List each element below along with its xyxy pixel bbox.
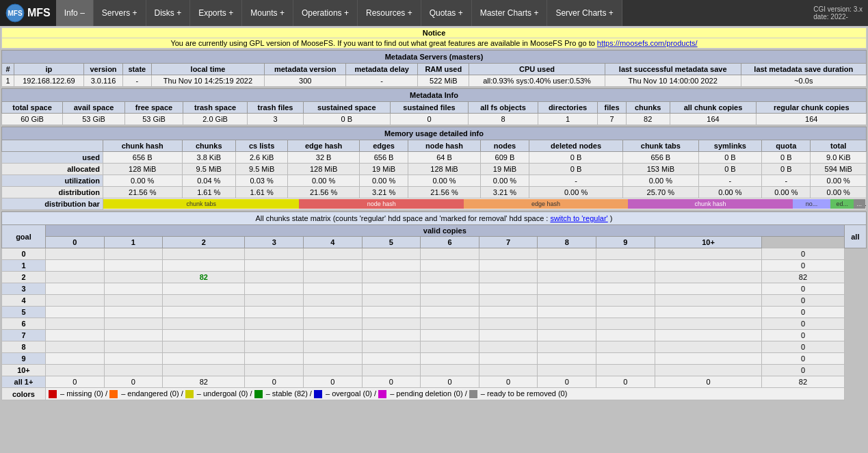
memory-usage-header: Memory usage detailed info — [2, 127, 867, 140]
col-header-cpuused: CPU used — [469, 64, 605, 75]
dist-node-hash: node hash — [299, 199, 463, 209]
goal-col-header: goal — [2, 225, 46, 248]
mfs-logo-icon: MFS — [5, 3, 25, 23]
goal-row-1: 1 0 — [2, 260, 867, 272]
memory-utilization-row: utilization 0.00 % 0.04 % 0.03 % 0.00 % … — [2, 175, 867, 187]
goal-row-7: 7 0 — [2, 330, 867, 341]
color-endangered: – endangered (0) / — [109, 389, 185, 398]
col-header-metaversion: metadata version — [265, 64, 346, 75]
nav-item-resources[interactable]: Resources + — [358, 0, 421, 26]
nav-item-info[interactable]: Info – — [56, 0, 94, 26]
valid-copies-header: valid copies — [45, 225, 844, 237]
color-ready-to-remove: – ready to be removed (0) — [469, 389, 568, 398]
svg-text:MFS: MFS — [8, 10, 22, 17]
metadata-servers-table: Metadata Servers (masters) # ip version … — [1, 50, 867, 87]
color-overgoal: – overgoal (0) / — [314, 389, 378, 398]
dist-no: no... — [793, 199, 831, 209]
nav-item-operations[interactable]: Operations + — [293, 0, 358, 26]
col-header-version: version — [83, 64, 122, 75]
goal-row-10plus: 10+ 0 — [2, 365, 867, 376]
col-header-ip: ip — [14, 64, 84, 75]
memory-allocated-row: allocated 128 MiB 9.5 MiB 9.5 MiB 128 Mi… — [2, 164, 867, 175]
colors-row: colors – missing (0) / – endangered (0) … — [2, 388, 867, 400]
metadata-info-header: Metadata Info — [2, 89, 867, 102]
color-missing: – missing (0) / — [49, 389, 109, 398]
switch-to-regular-link[interactable]: switch to 'regular' — [550, 214, 607, 222]
chunk-state-table: All chunks state matrix (counts 'regular… — [1, 211, 867, 400]
notice-title: Notice — [423, 29, 446, 37]
col-header-saveduration: last metadata save duration — [741, 64, 866, 75]
nav-item-mounts[interactable]: Mounts + — [242, 0, 293, 26]
distribution-bar-row: distribution bar chunk tabs node hash ed… — [2, 198, 867, 210]
metadata-servers-header: Metadata Servers (masters) — [2, 51, 867, 64]
goal-row-4: 4 0 — [2, 295, 867, 307]
main-content: Notice You are currently using GPL versi… — [0, 26, 868, 403]
col-header-state: state — [123, 64, 151, 75]
goal-row-5: 5 0 — [2, 307, 867, 318]
goal-row-6: 6 0 — [2, 318, 867, 330]
metadata-info-table: Metadata Info total space avail space fr… — [1, 88, 867, 125]
memory-usage-table: Memory usage detailed info chunk hash ch… — [1, 127, 867, 210]
dist-dot2: ... — [865, 199, 866, 209]
metadata-info-row: 60 GiB 53 GiB 53 GiB 2.0 GiB 3 0 B 0 8 1… — [2, 114, 867, 125]
col-header-metadelay: metadata delay — [345, 64, 417, 75]
color-stable: – stable (82) / — [254, 389, 314, 398]
dist-chunk-tabs: chunk tabs — [103, 199, 300, 209]
nav-item-disks[interactable]: Disks + — [146, 0, 191, 26]
goal-row-all: all 1+ 0 0 82 0 0 0 0 0 0 0 0 82 — [2, 376, 867, 388]
nav-item-server-charts[interactable]: Server Charts + — [547, 0, 622, 26]
nav-bar: MFS MFS Info – Servers + Disks + Exports… — [0, 0, 868, 26]
memory-used-row: used 656 B 3.8 KiB 2.6 KiB 32 B 656 B 64… — [2, 152, 867, 164]
nav-item-servers[interactable]: Servers + — [94, 0, 146, 26]
notice-table: Notice You are currently using GPL versi… — [1, 27, 867, 49]
goal-row-8: 8 0 — [2, 341, 867, 353]
notice-link[interactable]: https://moosefs.com/products/ — [597, 39, 698, 47]
dist-ed: ed... — [830, 199, 853, 209]
chunk-state-title: All chunks state matrix (counts 'regular… — [2, 212, 867, 225]
col-header-ramused: RAM used — [418, 64, 469, 75]
all-col-header: all — [844, 225, 866, 248]
nav-item-master-charts[interactable]: Master Charts + — [472, 0, 548, 26]
distribution-bar: chunk tabs node hash edge hash chunk has… — [103, 199, 866, 209]
color-undergoal: – undergoal (0) / — [185, 389, 254, 398]
dist-edge-hash: edge hash — [464, 199, 628, 209]
dist-dot1: ... — [854, 199, 865, 209]
goal-row-0: 0 0 — [2, 248, 867, 260]
nav-item-quotas[interactable]: Quotas + — [421, 0, 472, 26]
nav-logo: MFS MFS — [0, 0, 56, 26]
goal-row-3: 3 0 — [2, 283, 867, 295]
col-header-lastsave: last successful metadata save — [605, 64, 741, 75]
metadata-server-row: 1 192.168.122.69 3.0.116 - Thu Nov 10 14… — [2, 75, 867, 87]
goal-row-2: 2 82 82 — [2, 272, 867, 283]
nav-version: CGI version: 3.xdate: 2022- — [808, 0, 868, 26]
notice-text: You are currently using GPL version of M… — [170, 39, 596, 47]
dist-chunk-hash: chunk hash — [628, 199, 792, 209]
col-header-localtime: local time — [151, 64, 265, 75]
logo-text: MFS — [27, 7, 51, 19]
col-header-num: # — [2, 64, 14, 75]
nav-item-exports[interactable]: Exports + — [190, 0, 242, 26]
goal-row-9: 9 0 — [2, 353, 867, 365]
color-pending-deletion: – pending deletion (0) / — [378, 389, 469, 398]
memory-distribution-row: distribution 21.56 % 1.61 % 1.61 % 21.56… — [2, 187, 867, 198]
